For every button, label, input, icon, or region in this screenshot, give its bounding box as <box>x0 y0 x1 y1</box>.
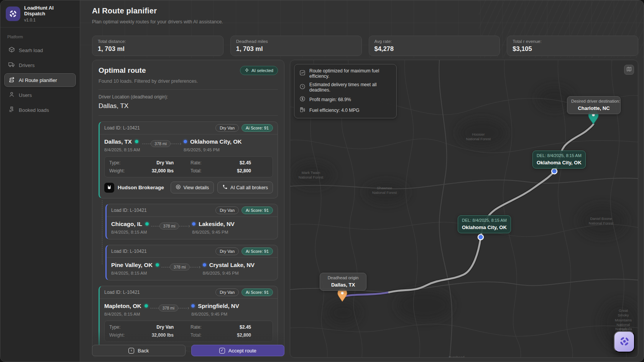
stat-deadhead-miles: Deadhead miles 1, 703 ml <box>230 36 362 56</box>
load-card[interactable]: Load ID: L-10421 Dry Van Ai Score: 91 <box>105 204 278 239</box>
delivery-time: 8/6/2025, 9:45 PM <box>191 312 239 316</box>
sidebar-item-search-load[interactable]: Searh load <box>4 43 76 57</box>
equipment-badge: Dry Van <box>215 247 239 255</box>
app-logo-icon <box>619 336 630 348</box>
alternative-loads-group: Load ID: L-10421 Dry Van Ai Score: 91 <box>105 204 278 280</box>
page-subtitle: Plan optimal weekly routes for your driv… <box>92 19 223 25</box>
sidebar-item-booked-loads[interactable]: Booked loads <box>4 103 76 117</box>
map-area-label: Hoosier National Forest <box>466 132 491 142</box>
ai-assistant-button[interactable] <box>614 331 635 352</box>
origin-dot <box>145 304 148 308</box>
map-area-label: Burnhead <box>449 355 464 358</box>
clock-icon <box>299 84 306 91</box>
stop-marker[interactable] <box>552 169 557 174</box>
app-window: LoadHunt AI Dispatch v1.0.1 Platform Sea… <box>0 0 644 362</box>
driver-location: Driver Location (deadhead origin): Dalla… <box>99 90 278 116</box>
destination-dot <box>191 304 195 308</box>
origin-city: Pine Valley, OK <box>111 262 153 268</box>
map-layers-button[interactable] <box>624 65 634 75</box>
phone-icon <box>222 184 228 191</box>
load-card[interactable]: Load ID: L-10421 Dry Van Ai Score: 91 <box>105 245 278 280</box>
load-type: Dry Van <box>133 324 191 330</box>
main-area: AI Route planifier Plan optimal weekly r… <box>80 0 644 362</box>
route-actions: ‹ Back ✓ Accept route <box>92 345 284 356</box>
destination-city: Lakeside, NV <box>199 221 234 227</box>
load-id: Load ID: L-10421 <box>111 249 147 254</box>
origin-dot <box>156 263 159 267</box>
sparkle-icon <box>245 68 249 73</box>
eye-icon <box>176 184 181 191</box>
load-rate: $2.45 <box>210 324 268 330</box>
accept-route-button[interactable]: ✓ Accept route <box>191 345 285 356</box>
hand-box-icon <box>8 106 15 114</box>
pickup-time: 8/4/2025, 8:15 AM <box>104 147 140 152</box>
origin-city: Mapleton, OK <box>104 303 141 309</box>
fuel-icon <box>299 106 306 114</box>
app-title: LoadHunt AI Dispatch <box>24 5 74 16</box>
destination-city: Crystal Lake, NV <box>209 262 255 268</box>
ai-selected-badge: AI selected <box>240 66 278 75</box>
delivery-time: 8/6/2025, 9:45 PM <box>184 147 242 152</box>
map-book-icon <box>626 67 632 73</box>
distance-leg: 378 mi › <box>151 223 190 229</box>
delivery-stop-label: DEL: 8/4/2025, 8:15 AM Oklahoma City, OK <box>458 215 511 233</box>
deadhead-origin-label: Deadhead origin Dallas, TX <box>320 273 366 291</box>
delivery-stop-label: DEL: 8/4/2025, 8:15 AM Oklahoma City, OK <box>532 151 586 169</box>
load-weight: 32,000 lbs <box>133 168 191 174</box>
map[interactable]: Route optimized for maximum fuel efficie… <box>290 60 638 358</box>
sidebar-item-ai-route-planifier[interactable]: AI Route planifier <box>4 73 76 87</box>
map-area-label: Daniel Boone National Forest <box>589 216 613 226</box>
origin-city: Chicago, IL <box>111 221 142 227</box>
panel-title: Optimal route <box>99 66 146 75</box>
check-icon: ✓ <box>219 348 225 354</box>
back-button[interactable]: ‹ Back <box>92 345 186 356</box>
ai-score-badge: Ai Score: 91 <box>242 124 273 132</box>
destination-city: Oklahoma City, OK <box>190 138 242 145</box>
map-area-label: Shawnee National Forest <box>372 186 397 195</box>
origin-dot <box>145 222 149 226</box>
load-card[interactable]: Load ID: L-10421 Dry Van Ai Score: 91 Da… <box>99 121 278 198</box>
route-line <box>389 124 593 292</box>
origin-dot <box>135 140 138 143</box>
load-type: Dry Van <box>133 160 191 165</box>
destination-label: Desired driver destination: Charlotte, N… <box>567 96 621 114</box>
user-icon <box>8 91 15 99</box>
stop-marker[interactable] <box>478 234 483 240</box>
destination-dot <box>192 222 196 226</box>
sidebar-section-label: Platform <box>4 34 76 42</box>
box-icon <box>8 46 15 54</box>
stats-row: Total distance: 1, 703 ml Deadhead miles… <box>92 36 638 53</box>
pickup-time: 8/4/2025, 8:15 AM <box>111 271 159 275</box>
page-title: AI Route planifier <box>92 7 223 15</box>
distance-badge: 378 mi <box>159 223 179 229</box>
distance-leg: 378 mi › <box>142 140 181 147</box>
route-icon <box>8 76 15 84</box>
sidebar-item-drivers[interactable]: Drivers <box>4 58 76 72</box>
load-details: Type: Dry Van Rate: $2.45 Weight: 32,000… <box>104 156 273 177</box>
view-details-button[interactable]: View details <box>171 182 214 193</box>
delivery-time: 8/6/2025, 9:45 PM <box>203 271 255 275</box>
brand: LoadHunt AI Dispatch v1.0.1 <box>0 0 80 28</box>
sidebar-item-users[interactable]: Users <box>4 88 76 102</box>
distance-leg: 378 mi › <box>161 264 200 270</box>
stat-total-revenue: Total r evenue: $3,105 <box>507 36 638 56</box>
ai-score-badge: Ai Score: 91 <box>242 247 273 255</box>
map-area-label: Mark Twain National Forest <box>299 170 323 180</box>
route-summary-overlay: Route optimized for maximum fuel efficie… <box>294 64 397 118</box>
destination-dot <box>203 263 206 267</box>
load-id: Load ID: L-10421 <box>104 125 140 131</box>
distance-badge: 378 mi <box>151 140 171 147</box>
panel-subtitle: Found 10 loads. Filtered by driver prefe… <box>99 79 278 90</box>
ai-call-brokers-button[interactable]: AI Call all brokers <box>217 182 273 193</box>
broker-avatar <box>104 183 114 193</box>
load-id: Load ID: L-10421 <box>104 290 140 295</box>
stat-total-distance: Total distance: 1, 703 ml <box>92 36 223 56</box>
load-id: Load ID: L-10421 <box>111 208 147 213</box>
equipment-badge: Dry Van <box>215 124 239 132</box>
chevron-left-icon: ‹ <box>128 348 134 354</box>
sidebar: LoadHunt AI Dispatch v1.0.1 Platform Sea… <box>0 0 80 362</box>
truck-icon <box>8 61 15 69</box>
stat-avg-rate: Avg rate: $4,278 <box>369 36 500 56</box>
destination-dot <box>184 140 187 143</box>
distance-leg: 378 mi › <box>150 305 189 311</box>
